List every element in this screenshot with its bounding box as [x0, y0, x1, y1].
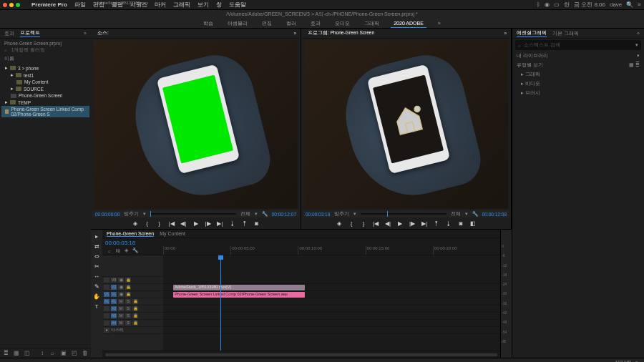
- browse-dropdown[interactable]: 내 라이브러리▾: [512, 52, 644, 61]
- tab-program[interactable]: 프로그램: Phone-Green Screen: [306, 29, 376, 38]
- window-controls[interactable]: [3, 3, 20, 7]
- ws-audio[interactable]: 오디오: [332, 19, 353, 29]
- in-icon[interactable]: {: [144, 220, 151, 227]
- goto-out-icon[interactable]: ▶|: [421, 220, 428, 227]
- tab-source[interactable]: 소스:: [95, 29, 111, 38]
- ws-learning[interactable]: 학습: [200, 19, 216, 29]
- freeform-view-icon[interactable]: ◫: [24, 350, 31, 357]
- goto-in-icon[interactable]: |◀: [372, 220, 379, 227]
- new-bin-icon[interactable]: ▣: [60, 350, 67, 357]
- pen-tool-icon[interactable]: ✎: [93, 283, 100, 290]
- play-icon[interactable]: ▶: [192, 220, 200, 227]
- find-icon[interactable]: ⌕: [50, 350, 57, 357]
- hand-tool-icon[interactable]: ✋: [93, 293, 100, 300]
- clip-v1[interactable]: AdobeStock_185133180.mov[V]: [173, 285, 305, 290]
- tab-essential-graphics[interactable]: 에센셜그래픽: [517, 29, 547, 37]
- type-filter-header[interactable]: 유형별 보기 ▦ ≣: [512, 61, 644, 70]
- marker-icon[interactable]: ◈: [125, 248, 128, 253]
- filter-icon[interactable]: ⌕: [4, 47, 10, 52]
- comparison-icon[interactable]: ◧: [469, 220, 477, 227]
- timeline-timecode[interactable]: 00:00:03:18: [105, 240, 160, 246]
- ws-editing[interactable]: 편집: [259, 19, 275, 29]
- clip-ae-link[interactable]: Phone-Green Screen Linked Comp 02/Phone-…: [173, 292, 305, 298]
- ws-assembly[interactable]: 어셈블리: [225, 19, 250, 29]
- list-view-icon[interactable]: ≣: [635, 62, 640, 67]
- track-select-tool-icon[interactable]: ⇄: [93, 243, 100, 250]
- tab-basic-graphics[interactable]: 기본 그래픽: [552, 30, 579, 37]
- source-viewer[interactable]: [94, 40, 298, 209]
- export-frame-icon[interactable]: ◙: [457, 220, 464, 227]
- source-scrub-bar[interactable]: [150, 213, 235, 215]
- menu-graphics[interactable]: 그래픽: [173, 1, 190, 9]
- slip-tool-icon[interactable]: ↔: [93, 273, 100, 280]
- overwrite-icon[interactable]: ⭱: [241, 220, 248, 227]
- trash-icon[interactable]: 🗑: [82, 350, 88, 357]
- marker-icon[interactable]: ◈: [132, 220, 139, 227]
- status-menu-icon[interactable]: ▾: [635, 360, 638, 363]
- timeline-lanes[interactable]: AdobeStock_185133180.mov[V] Phone-Green …: [163, 255, 500, 351]
- source-clip-name[interactable]: AdobeStock_185133180.mov: [95, 1, 150, 6]
- source-fit[interactable]: 맞추기: [124, 211, 139, 217]
- search-icon[interactable]: 🔍: [626, 1, 633, 8]
- menu-window[interactable]: 창: [216, 1, 222, 9]
- step-back-icon[interactable]: ◀|: [384, 220, 391, 227]
- timeline-seq-tab[interactable]: Phone-Green Screen: [107, 231, 154, 237]
- source-res[interactable]: 전체: [240, 211, 250, 217]
- menu-view[interactable]: 보기: [197, 1, 209, 9]
- timeline-zoom-scrollbar[interactable]: [105, 353, 497, 356]
- play-icon[interactable]: ▶: [396, 220, 404, 227]
- link-icon[interactable]: ⛓: [115, 248, 120, 253]
- marker-icon[interactable]: ◈: [336, 220, 343, 227]
- filter-video[interactable]: ▸ 비디오: [512, 79, 644, 89]
- filter-graphics[interactable]: ▸ 그래픽: [512, 70, 644, 79]
- sort-icon[interactable]: ↕: [39, 350, 46, 357]
- ws-custom[interactable]: 2020 ADOBE: [391, 19, 426, 28]
- col-name[interactable]: 이름: [4, 56, 14, 62]
- tab-effects[interactable]: 효과: [4, 30, 14, 37]
- step-fwd-icon[interactable]: |▶: [409, 220, 416, 227]
- menu-marker[interactable]: 마커: [155, 1, 166, 9]
- new-item-icon[interactable]: ◰: [71, 350, 77, 357]
- panel-menu-icon[interactable]: »: [504, 31, 507, 36]
- ws-graphics[interactable]: 그래픽: [361, 19, 382, 29]
- panel-menu-icon[interactable]: »: [637, 31, 640, 36]
- panel-menu-icon[interactable]: »: [293, 31, 296, 36]
- goto-in-icon[interactable]: |◀: [168, 220, 175, 227]
- lift-icon[interactable]: ⭱: [433, 220, 440, 227]
- out-icon[interactable]: }: [360, 220, 367, 227]
- insert-icon[interactable]: ⭳: [229, 220, 236, 227]
- wrench-icon[interactable]: 🔧: [132, 248, 138, 253]
- ripple-tool-icon[interactable]: ⇔: [93, 253, 100, 260]
- list-view-icon[interactable]: ≣: [3, 350, 9, 357]
- menu-icon[interactable]: ≡: [638, 1, 641, 8]
- source-tc-in[interactable]: 00:00:00:00: [95, 212, 119, 217]
- wrench-icon[interactable]: 🔧: [472, 211, 478, 217]
- program-viewer[interactable]: [304, 40, 508, 209]
- menu-file[interactable]: 파일: [74, 1, 86, 9]
- razor-tool-icon[interactable]: ✂: [93, 263, 100, 270]
- type-tool-icon[interactable]: T: [93, 303, 100, 310]
- timeline-seq-tab2[interactable]: My Content: [160, 231, 185, 236]
- ws-color[interactable]: 컬러: [283, 19, 299, 29]
- grid-view-icon[interactable]: ▦: [629, 62, 634, 67]
- graphics-search[interactable]: ⌕ 소스텍스트 검색 ▾: [515, 40, 641, 50]
- playhead[interactable]: [220, 255, 221, 351]
- panel-menu-icon[interactable]: »: [84, 31, 87, 36]
- program-tc-in[interactable]: 00:00:03:18: [306, 212, 330, 217]
- program-res[interactable]: 전체: [451, 211, 461, 217]
- icon-view-icon[interactable]: ▦: [14, 350, 20, 357]
- filter-brushes[interactable]: ▸ 브러시: [512, 89, 644, 98]
- wrench-icon[interactable]: 🔧: [262, 211, 268, 217]
- program-fit[interactable]: 맞추기: [334, 211, 349, 217]
- in-icon[interactable]: {: [348, 220, 355, 227]
- step-fwd-icon[interactable]: |▶: [205, 220, 212, 227]
- step-back-icon[interactable]: ◀|: [180, 220, 187, 227]
- extract-icon[interactable]: ⭳: [445, 220, 452, 227]
- goto-out-icon[interactable]: ▶|: [217, 220, 224, 227]
- project-tree[interactable]: ▸3 > phone ▸test1 My Content ▸SOURCE Pho…: [0, 63, 91, 348]
- program-scrub-bar[interactable]: [361, 213, 446, 215]
- selection-tool-icon[interactable]: ▸: [93, 233, 100, 240]
- tab-project[interactable]: 프로젝트: [20, 29, 40, 37]
- export-frame-icon[interactable]: ◙: [253, 220, 260, 227]
- timeline-ruler[interactable]: 00:00 00:00:05:00 00:00:10:00 00:00:15:0…: [163, 246, 500, 255]
